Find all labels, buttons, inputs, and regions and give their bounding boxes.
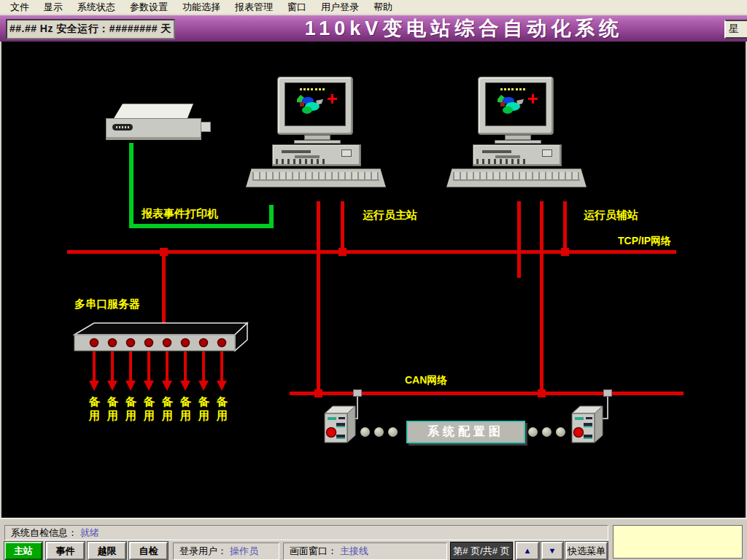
main-workstation-graphic <box>246 77 386 187</box>
serial-server-graphic <box>73 321 249 353</box>
serial-server-label: 多串口服务器 <box>74 298 140 311</box>
ws1-line-b <box>341 201 344 250</box>
login-user-value: 操作员 <box>230 545 258 558</box>
menu-file[interactable]: 文件 <box>3 0 36 14</box>
spare-arrow <box>111 351 114 381</box>
ied-device-graphic <box>322 405 357 444</box>
menu-function-select[interactable]: 功能选择 <box>175 0 228 14</box>
keyboard-icon <box>246 168 386 187</box>
screen-window-value: 主接线 <box>340 545 368 558</box>
printer-label: 报表事件打印机 <box>142 207 218 221</box>
spare-arrow <box>184 351 187 381</box>
monitor-base <box>495 140 541 144</box>
date-box: 星 <box>724 20 747 39</box>
can-connector <box>603 389 612 397</box>
spare-arrow-head <box>107 381 117 391</box>
can-network-label: CAN网络 <box>405 374 447 387</box>
can-bus-line <box>290 392 684 395</box>
limit-violation-button[interactable]: 越限 <box>88 542 126 560</box>
report-printer-graphic <box>106 102 212 184</box>
page-indicator: 第# 页/共# 页 <box>450 542 513 560</box>
up-arrow-icon: ▲ <box>524 547 532 555</box>
device-wire <box>607 397 608 419</box>
keyboard-icon <box>446 168 587 187</box>
spare-label: 备用 <box>216 394 228 422</box>
spare-label: 备用 <box>198 394 210 422</box>
monitor-icon <box>478 77 554 135</box>
computer-case <box>272 144 361 166</box>
printer-link-vertical <box>129 143 133 228</box>
bus-junction <box>338 248 347 256</box>
ellipsis-dot <box>528 427 538 437</box>
menu-window[interactable]: 窗口 <box>280 0 314 14</box>
screen-window-label: 画面窗口： <box>290 545 337 558</box>
server-drop-line <box>162 254 166 323</box>
menu-parameter-settings[interactable]: 参数设置 <box>123 0 175 14</box>
quick-menu-button[interactable]: 快选菜单 <box>565 542 608 560</box>
spare-label: 备用 <box>179 394 192 422</box>
system-config-button[interactable]: 系统配置图 <box>406 421 525 443</box>
note-box <box>613 525 743 559</box>
menu-user-login[interactable]: 用户登录 <box>314 0 366 14</box>
screen-window-field: 画面窗口： 主接线 <box>283 542 447 560</box>
page-down-button[interactable]: ▼ <box>541 542 563 560</box>
system-configuration-diagram: 报表事件打印机 运行员主站 运行员辅站 TCP/IP网络 多串口服务器 CAN网… <box>0 42 747 518</box>
app-window: { "menubar": { "items": ["文件","显示","系统状态… <box>0 0 747 560</box>
printer-lid <box>113 104 193 120</box>
ellipsis-dot <box>374 427 384 437</box>
spare-arrow-head <box>180 381 190 391</box>
ellipsis-dot <box>360 427 370 437</box>
bus-junction <box>160 248 168 256</box>
menu-report-management[interactable]: 报表管理 <box>228 0 280 14</box>
selfcheck-button[interactable]: 自检 <box>129 542 168 560</box>
event-button[interactable]: 事件 <box>46 542 85 560</box>
spare-arrow-head <box>217 381 227 391</box>
spare-arrow <box>93 351 96 381</box>
spare-arrow-head <box>144 381 154 391</box>
screen-map-graphic <box>285 83 347 125</box>
monitor-icon <box>277 77 353 135</box>
spare-arrow-head <box>162 381 172 391</box>
spare-arrow <box>166 351 169 381</box>
monitor-stand <box>304 135 330 140</box>
down-arrow-icon: ▼ <box>549 547 557 555</box>
spare-label: 备用 <box>125 394 137 422</box>
menu-help[interactable]: 帮助 <box>366 0 400 14</box>
monitor-screen <box>285 82 346 126</box>
spare-arrow-head <box>198 381 209 391</box>
can-connector <box>353 389 362 397</box>
spare-label: 备用 <box>143 394 155 422</box>
printer-link-horizontal <box>129 224 274 228</box>
spare-label: 备用 <box>107 394 119 422</box>
login-user-field: 登录用户： 操作员 <box>173 542 279 560</box>
spare-arrow-head <box>89 381 99 391</box>
printer-grille-icon <box>112 124 133 131</box>
selfcheck-label: 系统自检信息： <box>11 526 77 540</box>
menu-system-status[interactable]: 系统状态 <box>70 0 123 14</box>
main-station-label: 运行员主站 <box>363 209 417 222</box>
frequency-status-box: ##.## Hz 安全运行：######## 天 <box>6 19 175 39</box>
monitor-base <box>294 140 341 144</box>
ellipsis-dot <box>556 427 565 437</box>
main-station-button[interactable]: 主站 <box>4 542 42 560</box>
printer-tray <box>201 122 211 132</box>
printer-link-riser <box>269 205 274 228</box>
ellipsis-dot <box>388 427 398 437</box>
screen-map-graphic <box>486 83 547 125</box>
aux-workstation-graphic <box>446 77 587 187</box>
ellipsis-dot <box>542 427 551 437</box>
spare-arrow <box>129 351 132 381</box>
selfcheck-status-field: 系统自检信息： 就绪 <box>4 525 608 540</box>
spare-arrow <box>202 351 205 381</box>
ws2-line-c <box>563 201 567 250</box>
page-up-button[interactable]: ▲ <box>516 542 539 560</box>
computer-case <box>473 144 562 166</box>
monitor-stand <box>505 135 531 140</box>
spare-arrow <box>220 351 223 381</box>
login-user-label: 登录用户： <box>179 545 227 558</box>
ws2-line-b <box>540 201 543 393</box>
ws2-line-a <box>517 201 521 278</box>
page-title: 110kV变电站综合自动化系统 <box>305 15 624 42</box>
menu-display[interactable]: 显示 <box>36 0 70 14</box>
tcpip-bus-line <box>67 250 676 254</box>
